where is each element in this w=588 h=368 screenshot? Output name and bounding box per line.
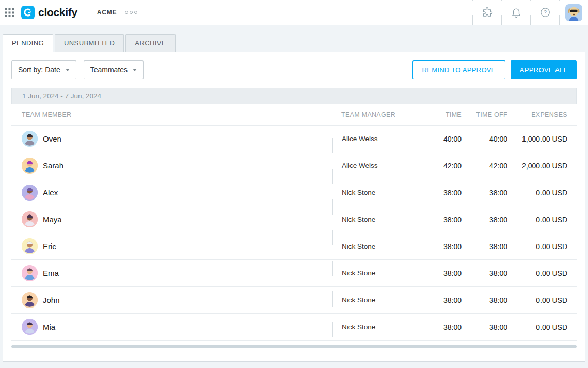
table-row[interactable]: Maya Nick Stone 38:00 38:00 0.00 USD [11, 206, 577, 233]
member-avatar [22, 265, 38, 281]
manager-name: Nick Stone [342, 242, 375, 250]
time-off-value: 38:00 [489, 296, 507, 304]
user-menu[interactable] [559, 0, 588, 25]
sort-by-dropdown[interactable]: Sort by: Date [11, 60, 76, 79]
time-value: 38:00 [443, 242, 462, 251]
manager-name: Nick Stone [342, 296, 375, 304]
member-name: Sarah [43, 161, 63, 170]
expenses-value: 1,000.00 USD [522, 135, 567, 143]
expenses-value: 0.00 USD [536, 189, 567, 197]
col-header-team-member: TEAM MEMBER [11, 104, 332, 125]
time-value: 38:00 [443, 269, 462, 278]
sort-by-label: Sort by: Date [18, 66, 60, 74]
time-off-value: 40:00 [489, 135, 507, 143]
member-avatar [22, 238, 38, 254]
table-row[interactable]: Alex Nick Stone 38:00 38:00 0.00 USD [11, 179, 577, 206]
table-row[interactable]: Eric Nick Stone 38:00 38:00 0.00 USD [11, 233, 577, 260]
divider [87, 2, 87, 23]
member-avatar [22, 158, 38, 174]
member-name: Mia [43, 323, 55, 331]
member-name: Alex [43, 188, 58, 197]
workspace-name[interactable]: ACME [97, 9, 117, 16]
time-value: 40:00 [443, 135, 462, 143]
help-button[interactable]: ? [530, 0, 559, 25]
table-row[interactable]: Ema Nick Stone 38:00 38:00 0.00 USD [11, 260, 577, 287]
clockify-logo[interactable]: clockify [21, 6, 77, 19]
teammates-filter-label: Teammates [90, 66, 128, 74]
manager-name: Nick Stone [342, 216, 375, 223]
manager-name: Nick Stone [342, 269, 375, 277]
approve-all-button[interactable]: APPROVE ALL [511, 60, 577, 79]
time-value: 38:00 [443, 216, 462, 224]
col-header-time: TIME [423, 104, 471, 125]
approval-tabs: PENDING UNSUBMITTED ARCHIVE [3, 34, 176, 52]
table-row[interactable]: Sarah Alice Weiss 42:00 42:00 2,000.00 U… [11, 152, 577, 179]
clockify-logo-icon [21, 6, 35, 19]
brand-wordmark: clockify [38, 6, 77, 19]
time-value: 38:00 [443, 189, 462, 197]
bell-icon [511, 7, 522, 18]
col-header-team-manager: TEAM MANAGER [332, 104, 423, 125]
approvals-table: TEAM MEMBER TEAM MANAGER TIME TIME OFF E… [11, 104, 577, 341]
member-name: Oven [43, 134, 61, 143]
expenses-value: 0.00 USD [536, 296, 567, 304]
period-range-label: 1 Jun, 2024 - 7 Jun, 2024 [22, 92, 101, 100]
table-row[interactable]: Oven Alice Weiss 40:00 40:00 1,000.00 US… [11, 126, 577, 152]
question-icon: ? [539, 7, 551, 18]
manager-name: Alice Weiss [342, 135, 378, 143]
chevron-down-icon [66, 69, 70, 71]
table-body: Oven Alice Weiss 40:00 40:00 1,000.00 US… [11, 126, 577, 341]
expenses-value: 0.00 USD [536, 242, 567, 251]
member-name: John [43, 296, 60, 304]
member-avatar [22, 292, 38, 308]
workspace-ellipsis-icon[interactable] [125, 11, 137, 14]
col-header-expenses: EXPENSES [517, 104, 577, 125]
remind-to-approve-button[interactable]: REMIND TO APPROVE [412, 60, 505, 79]
table-row[interactable]: Mia Nick Stone 38:00 38:00 0.00 USD [11, 314, 577, 341]
tab-pending[interactable]: PENDING [3, 34, 53, 53]
col-header-time-off: TIME OFF [471, 104, 517, 125]
approvals-card: Sort by: Date Teammates REMIND TO APPROV… [3, 52, 585, 362]
svg-text:?: ? [544, 10, 547, 16]
expenses-value: 0.00 USD [536, 323, 567, 331]
horizontal-scrollbar[interactable] [11, 345, 577, 348]
time-off-value: 38:00 [489, 189, 507, 197]
time-off-value: 38:00 [489, 242, 507, 251]
expenses-value: 0.00 USD [536, 269, 567, 278]
grid-icon [5, 8, 14, 17]
topbar: clockify ACME ? [0, 0, 588, 25]
table-header-row: TEAM MEMBER TEAM MANAGER TIME TIME OFF E… [11, 104, 577, 126]
time-value: 38:00 [443, 323, 462, 331]
period-range-bar: 1 Jun, 2024 - 7 Jun, 2024 [11, 88, 577, 104]
user-avatar [565, 4, 582, 21]
member-name: Maya [43, 215, 62, 224]
manager-name: Nick Stone [342, 189, 375, 196]
time-value: 42:00 [443, 162, 462, 170]
table-row[interactable]: John Nick Stone 38:00 38:00 0.00 USD [11, 287, 577, 314]
member-avatar [22, 185, 38, 201]
time-off-value: 38:00 [489, 323, 507, 331]
time-off-value: 42:00 [489, 162, 507, 170]
manager-name: Nick Stone [342, 323, 375, 331]
time-off-value: 38:00 [489, 216, 507, 224]
member-avatar [22, 131, 38, 147]
member-name: Ema [43, 269, 59, 278]
puzzle-icon [482, 7, 493, 18]
apps-grid-icon[interactable] [5, 8, 14, 17]
time-off-value: 38:00 [489, 269, 507, 278]
member-name: Eric [43, 242, 56, 251]
toolbar: Sort by: Date Teammates REMIND TO APPROV… [11, 60, 577, 79]
tab-unsubmitted[interactable]: UNSUBMITTED [55, 34, 124, 52]
teammates-filter-dropdown[interactable]: Teammates [84, 60, 144, 79]
member-avatar [22, 319, 38, 335]
manager-name: Alice Weiss [342, 162, 378, 170]
expenses-value: 0.00 USD [536, 216, 567, 224]
expenses-value: 2,000.00 USD [522, 162, 567, 170]
tab-archive[interactable]: ARCHIVE [125, 34, 176, 52]
integrations-button[interactable] [472, 0, 501, 25]
notifications-button[interactable] [501, 0, 530, 25]
time-value: 38:00 [443, 296, 462, 304]
chevron-down-icon [133, 69, 137, 71]
member-avatar [22, 211, 38, 227]
